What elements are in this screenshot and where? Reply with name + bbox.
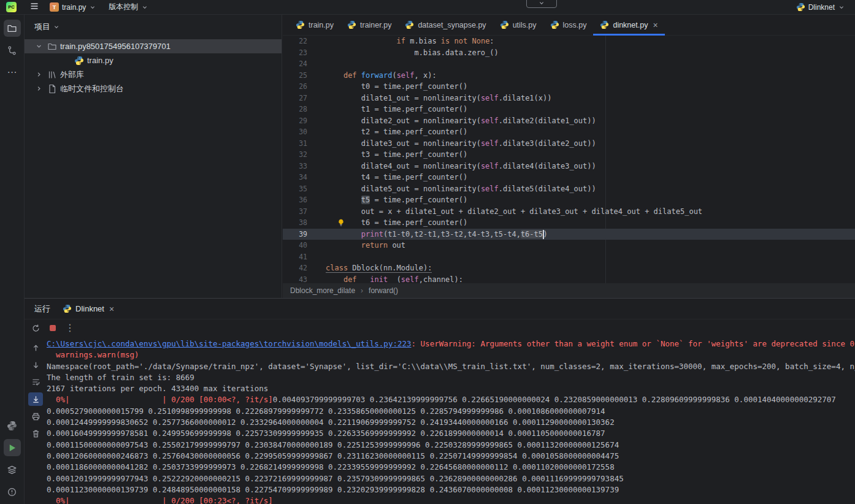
code-line-23[interactable]: 23 m.bias.data.zero_(): [283, 47, 855, 59]
tree-item-external-libraries[interactable]: 外部库: [25, 67, 282, 82]
stop-icon[interactable]: [45, 321, 60, 335]
rerun-icon[interactable]: [28, 321, 43, 335]
chevron-down-icon: [141, 4, 148, 11]
run-icon[interactable]: [4, 439, 21, 456]
console-line: 2167 iterations per epoch. 433400 max it…: [47, 383, 855, 394]
code-line-42[interactable]: 42class Dblock(nn.Module):: [283, 262, 855, 274]
code-line-26[interactable]: 26 t0 = time.perf_counter(): [283, 81, 855, 93]
editor-tab-loss.py[interactable]: loss.py: [543, 15, 594, 35]
tree-item-label: train.py8501754956107379701: [60, 42, 171, 51]
editor-tab-dataset_synapse.py[interactable]: dataset_synapse.py: [398, 15, 493, 35]
console-text: 0.00012019999999977943 0.252229200000002…: [47, 474, 624, 483]
tree-item-project-root[interactable]: train.py8501754956107379701: [25, 39, 282, 53]
code-line-22[interactable]: 22 if m.bias is not None:: [283, 36, 855, 47]
close-icon[interactable]: ×: [109, 305, 114, 313]
run-panel: 运行 Dlinknet × ⋮ C:\Users\cjc\.conda\envs…: [25, 298, 855, 504]
chevron-down-icon[interactable]: [33, 42, 44, 52]
line-number: 30: [283, 126, 307, 138]
code-text: m.bias.data.zero_(): [326, 47, 855, 59]
line-number: 25: [283, 70, 307, 82]
project-folder-icon[interactable]: [4, 20, 21, 37]
python-file-icon: [600, 20, 609, 29]
breadcrumb-method[interactable]: forward(): [369, 286, 398, 295]
editor-tab-dinknet.py[interactable]: dinknet.py×: [593, 15, 664, 35]
console-text: 0.0005279000000015799 0.2510998999999998…: [47, 407, 605, 416]
python-console-icon[interactable]: [4, 417, 21, 434]
code-editor[interactable]: 22 if m.bias is not None:23 m.bias.data.…: [283, 36, 855, 283]
center-dropdown[interactable]: [526, 0, 557, 8]
project-panel-title: 项目: [34, 21, 50, 32]
line-number: 29: [283, 115, 307, 127]
tab-label: trainer.py: [360, 21, 391, 29]
project-selector[interactable]: T train.py: [46, 1, 100, 13]
code-line-41[interactable]: 41: [283, 251, 855, 263]
code-text: t0 = time.perf_counter(): [326, 81, 855, 93]
code-line-28[interactable]: 28 t1 = time.perf_counter(): [283, 104, 855, 115]
close-tab-icon[interactable]: ×: [653, 21, 658, 29]
editor-tab-trainer.py[interactable]: trainer.py: [340, 15, 398, 35]
python-file-icon: [296, 20, 305, 29]
clear-all-icon[interactable]: [28, 427, 43, 440]
code-line-24[interactable]: 24: [283, 58, 855, 70]
scroll-to-end-icon[interactable]: [28, 392, 43, 406]
editor-area: train.pytrainer.pydataset_synapse.pyutil…: [283, 15, 855, 298]
chevron-right-icon[interactable]: [33, 70, 44, 80]
chevron-right-icon[interactable]: [33, 84, 44, 94]
code-text: class Dblock(nn.Module):: [326, 262, 855, 274]
code-text: print(t1-t0,t2-t1,t3-t2,t4-t3,t5-t4,t6-t…: [326, 229, 855, 240]
folder-icon: [47, 42, 57, 52]
line-number: 35: [283, 183, 307, 195]
code-line-37[interactable]: 37 out = x + dilate1_out + dilate2_out +…: [283, 206, 855, 218]
editor-tab-utils.py[interactable]: utils.py: [493, 15, 543, 35]
console-line: 0.00011500000000097543 0.255021799999997…: [47, 440, 855, 451]
code-line-27[interactable]: 27 dilate1_out = nonlinearity(self.dilat…: [283, 93, 855, 104]
python-icon: [796, 2, 805, 12]
down-arrow-icon[interactable]: [28, 358, 43, 372]
more-horizontal-icon[interactable]: ⋯: [4, 64, 21, 81]
line-number: 26: [283, 81, 307, 93]
run-tab-dlinknet[interactable]: Dlinknet ×: [63, 304, 114, 313]
breadcrumb: Dblock_more_dilate › forward(): [283, 283, 855, 298]
code-line-25[interactable]: 25 def forward(self, x):: [283, 70, 855, 82]
code-line-35[interactable]: 35 dilate5_out = nonlinearity(self.dilat…: [283, 183, 855, 195]
console-text: 0.00012449999999830652 0.257736600000001…: [47, 418, 615, 427]
code-line-31[interactable]: 31 dilate3_out = nonlinearity(self.dilat…: [283, 138, 855, 150]
console-text: 2167 iterations per epoch. 433400 max it…: [47, 384, 268, 393]
code-lines: 22 if m.bias is not None:23 m.bias.data.…: [283, 36, 855, 283]
print-icon[interactable]: [28, 410, 43, 423]
code-line-43[interactable]: 43 def __init__(self,channel):: [283, 274, 855, 284]
project-panel-header[interactable]: 项目: [25, 15, 282, 39]
editor-tab-train.py[interactable]: train.py: [289, 15, 340, 35]
code-line-40[interactable]: 40 return out: [283, 240, 855, 251]
code-line-38[interactable]: 38 t6 = time.perf_counter(): [283, 217, 855, 229]
code-line-39[interactable]: 39 print(t1-t0,t2-t1,t3-t2,t4-t3,t5-t4,t…: [283, 229, 855, 240]
code-line-34[interactable]: 34 t4 = time.perf_counter(): [283, 172, 855, 183]
soft-wrap-icon[interactable]: [28, 375, 43, 389]
structure-icon[interactable]: [4, 42, 21, 59]
tree-item-train-py-file[interactable]: train.py: [25, 53, 282, 67]
breadcrumb-separator: ›: [361, 286, 363, 295]
more-vertical-icon[interactable]: ⋮: [63, 321, 77, 335]
tree-item-scratches-and-consoles[interactable]: 临时文件和控制台: [25, 82, 282, 96]
console-line: 0%| | 0/200 [00:23<?, ?it/s]: [47, 495, 855, 504]
code-line-30[interactable]: 30 t2 = time.perf_counter(): [283, 126, 855, 138]
up-arrow-icon[interactable]: [28, 341, 43, 354]
services-icon[interactable]: [4, 461, 21, 478]
run-config-selector[interactable]: Dlinknet: [792, 1, 849, 13]
chevron-down-icon: [53, 23, 60, 31]
code-text: t1 = time.perf_counter(): [326, 104, 855, 115]
code-line-33[interactable]: 33 dilate4_out = nonlinearity(self.dilat…: [283, 161, 855, 172]
vcs-selector[interactable]: 版本控制: [105, 1, 152, 13]
main-menu-button[interactable]: [28, 1, 41, 13]
breadcrumb-class[interactable]: Dblock_more_dilate: [290, 286, 355, 295]
code-line-32[interactable]: 32 t3 = time.perf_counter(): [283, 149, 855, 161]
console-output[interactable]: C:\Users\cjc\.conda\envs\gpu\lib\site-pa…: [47, 337, 855, 504]
code-line-29[interactable]: 29 dilate2_out = nonlinearity(self.dilat…: [283, 115, 855, 127]
problems-icon[interactable]: [4, 483, 21, 500]
line-number: 23: [283, 47, 307, 59]
code-text: def __init__(self,channel):: [326, 274, 855, 284]
console-line: 0.00011860000000041282 0.250373399999997…: [47, 462, 855, 473]
code-line-36[interactable]: 36 t5 = time.perf_counter(): [283, 194, 855, 206]
console-file-link[interactable]: C:\Users\cjc\.conda\envs\gpu\lib\site-pa…: [47, 339, 412, 348]
titlebar: PC T train.py 版本控制 Dlinknet: [0, 0, 855, 15]
